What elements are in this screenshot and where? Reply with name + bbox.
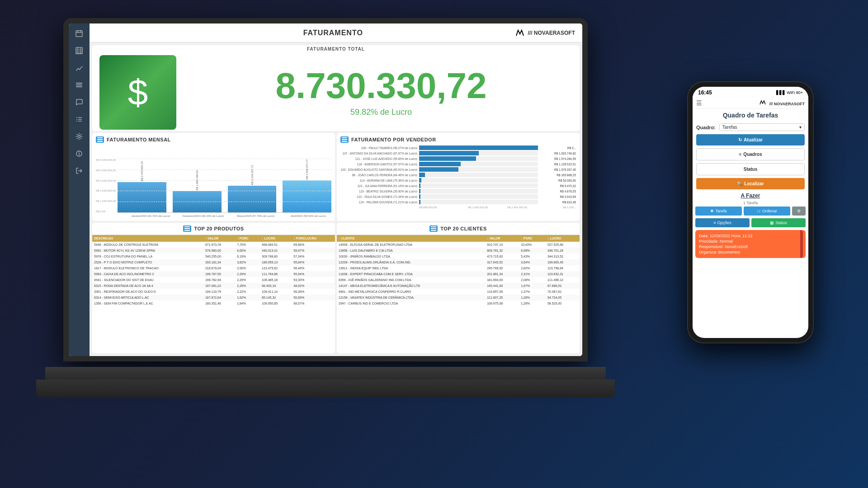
table-cell: 6314 - SEMI EIXO ARTICULADO L.AC [92,295,203,300]
table-cell: 8356 - IGÊ IRMÃOS GALZERANO IND.COM.LTDA… [337,277,485,283]
sidebar-item-chat[interactable] [73,96,85,108]
clients-table-container[interactable]: ↕ CLIENTE ↕ VALOR ↕ PORC ↕ LUCRO 14509 -… [337,235,580,353]
table-cell: 67.896,52 [546,283,580,289]
phone-tarefa-button[interactable]: ✚ Tarefa [695,206,742,216]
table-cell: 5,43% [519,253,546,259]
sidebar-item-gear[interactable] [73,130,85,143]
phone-quadros-button[interactable]: ≡ Quadros [696,148,805,160]
table-row: 1817 - MODULO ELETRONICO DE TRACAO218.67… [92,265,335,271]
table-cell: 576.580,00 [203,248,235,253]
phone-opcoes-button[interactable]: ≡ Opções [695,218,750,227]
vendor-chart-panel: FATURAMENTO POR VENDEDOR 106 - PAULO TAV… [337,133,580,221]
dollar-icon: $ [128,72,148,113]
phone-ordenar-button[interactable]: ↕↕ Ordenar [744,206,790,216]
app-header: FATURAMENTO /// NOVAERASOFT [90,23,582,42]
phone-time: 16:45 [698,89,712,96]
header-title: FATURAMENTO [303,29,363,37]
laptop: FATURAMENTO /// NOVAERASOFT FATURAMENTO … [63,18,588,407]
sidebar-item-chart[interactable] [73,61,85,74]
vendor-item: 121 - JOSÉ LUIZ AZEVEDO (55.65% de Lucro… [340,156,576,161]
table-cell: 245.769,00 [485,265,519,271]
table-row: 10030 - IRMÃOS RAMBALDO LTDA.473.715,635… [337,253,580,259]
bar-feb [173,191,222,213]
table-cell: 2,22% [235,289,260,295]
total-section: FATURAMENTO TOTAL $ 8.730.330,72 59.82% … [92,45,580,131]
clients-table-header-row: ↕ CLIENTE ↕ VALOR ↕ PORC ↕ LUCRO [337,235,580,242]
table-cell: 11636 - EXPERT PIRACICABA COM.E SERV. LT… [337,271,485,277]
table-cell: 671.973,78 [203,242,235,248]
vendor-list: 106 - PAULO TAVARES (56.27% de Lucro) R$… [340,145,576,217]
phone-menu-icon[interactable]: ☰ [696,99,702,107]
vendor-item: 119 - BEATRIZ SILVEIRA (26.90% de Lucro)… [340,189,576,193]
svg-point-6 [76,119,77,120]
bar-april: R$ 2.540.071,77 [283,160,331,213]
table-row: 3351 - RESFRIADOR DE ACO DO OLEO D194.11… [92,289,335,295]
table-cell: 109.950,85 [260,300,292,306]
col-porclucro: ↕ PORCLUCRO [292,235,335,242]
table-cell: 2,31% [519,271,546,277]
table-cell: 10030 - IRMÃOS RAMBALDO LTDA. [337,253,485,259]
sidebar-item-list[interactable] [73,113,85,126]
products-table-container[interactable]: DESCRICAO ↕ VALOR ↕ PORC ↕ LUCRO ↕ PORCL… [92,235,335,353]
table-row: 2947 - CARBUS IND E COMERCIO LTDA109.975… [337,300,580,306]
phone-localizar-button[interactable]: 🔍 Localizar [696,178,805,189]
table-cell: 1,37% [519,289,546,295]
table-cell: 7,70% [235,242,260,248]
y-label-2m: R$ 2.000.000,00 [96,189,116,192]
table-cell: 58,97% [292,248,335,253]
table-cell: 160.351,46 [203,300,235,306]
phone-card-data: Data: 12/09/2022 Hora: 11:12 [699,234,802,238]
phone-status-label: Status [744,167,758,172]
sidebar-item-calendar[interactable] [73,27,85,40]
table-cell: 109.975,08 [485,300,519,306]
table-cell: 218.679,04 [203,265,235,271]
phone-status-button[interactable]: Status [696,163,805,175]
vendor-item: 120 - EDUARDO AUGUSTO SANTANA (65.91% de… [340,167,576,172]
sidebar-item-table[interactable] [73,44,85,57]
tables-row: TOP 20 PRODUTOS DESCRICAO ↕ VALOR ↕ PORC [92,223,580,353]
phone-card-desc: Organizar documentos [699,250,802,254]
bar-march: R$ 2.126.527,71 [228,165,277,213]
sidebar-item-settings[interactable] [73,79,85,91]
table-cell: 57,34% [292,253,335,259]
table-cell: 111.466,12 [546,277,580,283]
vendor-item: 124 - PALOMA GOUVEIA (71.21% de Lucro) R… [340,200,576,204]
clients-icon [429,225,438,232]
table-cell: 3351 - RESFRIADOR DE ACO DO OLEO D [92,289,203,295]
bar-label-apr: Abril/2024 (59.53% de Lucro) [285,215,331,217]
phone-opcoes-label: Opções [717,221,731,225]
table-cell: 2,29% [235,271,260,277]
svg-point-8 [78,136,80,138]
col-valor: ↕ VALOR [203,235,235,242]
phone-status2-button[interactable]: ▦ Status [751,218,806,227]
vendor-item: 98 - JOÃO CARLOS PEREIRA (64.46% de Lucr… [340,173,576,177]
bar-label-mar: Março/2024 (57.79% de Lucro) [233,215,279,217]
svg-point-10 [79,152,80,153]
table-row: 2528 - P T O EIXO MOTRIZ COMPLETO333.181… [92,259,335,265]
table-row: 13956 - LUIS DALFABRO E CIA LTDA609.781,… [337,248,580,253]
col-porc-c: ↕ PORC [519,235,546,242]
table-cell: 13956 - LUIS DALFABRO E CIA LTDA [337,248,485,253]
table-row: 13911 - INDISA EQUIP INDL LTDA245.769,00… [337,265,580,271]
phone-atualizar-button[interactable]: ↻ Atualizar [696,134,805,145]
phone-quadro-select[interactable]: Tarefas ▾ [719,123,805,131]
table-cell: 48,92% [292,283,335,289]
table-cell: 6315 - RODA DENTADA DE ACO 2A 3A 4 [92,283,203,289]
phone-localizar-label: Localizar [744,181,764,186]
table-cell: 540.255,00 [203,253,235,259]
col-lucro-c: ↕ LUCRO [546,235,580,242]
table-cell: 10,43% [519,242,546,248]
phone-logo-text: /// NOVAERASOFT [769,102,805,106]
svg-rect-2 [76,83,82,84]
table-cell: 111.764,86 [260,271,292,277]
search-icon-phone: 🔍 [737,181,742,186]
table-cell: 333.181,34 [203,259,235,265]
sidebar-item-info[interactable] [73,147,85,160]
table-cell: 1817 - MODULO ELETRONICO DE TRACAO [92,265,203,271]
phone-config-button[interactable]: ⚙ [792,206,806,216]
table-row: 5992 - MOTOR 4CYL NS 4V 123KW SPRA576.58… [92,248,335,253]
table-cell: 106.485,18 [260,277,292,283]
sidebar-item-logout[interactable] [73,164,85,177]
table-cell: 109.411,14 [260,289,292,295]
phone-atualizar-label: Atualizar [744,137,763,142]
